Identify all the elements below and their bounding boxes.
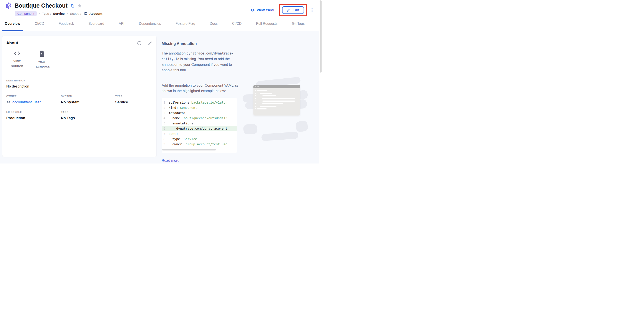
tab-cicd-2[interactable]: CI/CD bbox=[229, 16, 245, 31]
about-card-title: About bbox=[6, 41, 18, 45]
scribble-shape bbox=[243, 124, 258, 135]
eye-icon bbox=[250, 8, 255, 12]
type-field-label: TYPE bbox=[115, 95, 153, 98]
more-options-kebab-icon[interactable] bbox=[311, 7, 314, 13]
view-source-label: VIEW SOURCE bbox=[10, 59, 25, 69]
tab-feature-flag[interactable]: Feature Flag bbox=[172, 16, 198, 31]
code-key: dynatrace.com/dynatrace-ent bbox=[168, 126, 228, 131]
tab-dependencies[interactable]: Dependencies bbox=[136, 16, 164, 31]
missing-annotation-paragraph: The annotation dynatrace.com/dynatrace-e… bbox=[162, 51, 243, 73]
line-number: 3 bbox=[162, 110, 168, 116]
view-techdocs-link[interactable]: VIEW TECHDOCS bbox=[33, 51, 51, 69]
lifecycle-field: LIFECYCLE Production bbox=[6, 111, 61, 120]
type-field: TYPE Service bbox=[115, 95, 153, 104]
line-number: 8 bbox=[162, 136, 168, 142]
scribble-shape bbox=[295, 121, 308, 132]
scope-layers-icon bbox=[83, 11, 88, 16]
code-line-2: 2kind: Component bbox=[162, 105, 237, 110]
code-window-illustration bbox=[241, 79, 308, 150]
tab-docs[interactable]: Docs bbox=[206, 16, 220, 31]
code-line-4: 4 name: boutiquecheckoutsdsds13 bbox=[162, 116, 237, 121]
code-key: kind: bbox=[168, 105, 180, 110]
line-number: 4 bbox=[162, 116, 168, 121]
window-line bbox=[262, 98, 295, 99]
tab-git-tags[interactable]: Git Tags bbox=[289, 16, 308, 31]
entity-header-left: Boutique Checkout Component Type : Servi… bbox=[5, 2, 102, 16]
code-key: owner: bbox=[168, 142, 186, 147]
code-line-6-highlighted: 6 dynatrace.com/dynatrace-ent bbox=[162, 126, 237, 131]
owner-value: account/test_user bbox=[12, 100, 40, 104]
techdocs-document-icon bbox=[39, 51, 44, 57]
code-line-1: 1apiVersion: backstage.io/v1alph bbox=[162, 100, 237, 105]
code-value: backstage.io/v1alph bbox=[192, 100, 228, 105]
owner-link[interactable]: account/test_user bbox=[6, 100, 61, 104]
owner-label: OWNER bbox=[6, 95, 61, 98]
view-techdocs-label: VIEW TECHDOCS bbox=[34, 59, 50, 69]
entity-header: Boutique Checkout Component Type : Servi… bbox=[0, 0, 322, 16]
tab-overview[interactable]: Overview bbox=[2, 16, 23, 31]
window-line bbox=[257, 108, 267, 109]
code-line-8: 8 type: Service bbox=[162, 136, 237, 142]
component-gear-icon bbox=[5, 2, 12, 9]
about-card: About bbox=[2, 36, 156, 157]
read-more-link[interactable]: Read more bbox=[162, 159, 180, 163]
tab-api[interactable]: API bbox=[116, 16, 127, 31]
view-source-link[interactable]: VIEW SOURCE bbox=[8, 51, 26, 69]
type-field-value: Service bbox=[115, 100, 153, 104]
tab-cicd[interactable]: CI/CD bbox=[32, 16, 47, 31]
window-line bbox=[257, 90, 267, 91]
code-key: spec: bbox=[168, 131, 178, 136]
system-label: SYSTEM bbox=[61, 95, 115, 98]
page-scrollbar-thumb[interactable] bbox=[320, 1, 322, 73]
group-people-icon bbox=[6, 101, 11, 104]
line-number: 7 bbox=[162, 131, 168, 136]
window-line bbox=[262, 95, 276, 96]
code-line-3: 3metadata: bbox=[162, 110, 237, 116]
scribble-shape bbox=[261, 132, 298, 141]
system-field: SYSTEM No System bbox=[61, 95, 115, 104]
favorite-star-icon[interactable] bbox=[77, 4, 82, 8]
code-value: Component bbox=[180, 105, 197, 110]
window-line bbox=[260, 106, 276, 107]
missing-annotation-panel: Missing Annotation The annotation dynatr… bbox=[162, 36, 243, 163]
window-line bbox=[260, 93, 272, 94]
page-title: Boutique Checkout bbox=[14, 3, 68, 9]
copy-name-icon[interactable] bbox=[70, 4, 75, 8]
refresh-icon[interactable] bbox=[137, 41, 142, 46]
tab-feedback[interactable]: Feedback bbox=[56, 16, 77, 31]
line-number: 5 bbox=[162, 121, 168, 126]
lifecycle-label: LIFECYCLE bbox=[6, 111, 61, 113]
code-horizontal-scrollbar[interactable] bbox=[162, 149, 216, 150]
code-value: group:account/test_use bbox=[186, 142, 228, 147]
code-line-9: 9 owner: group:account/test_use bbox=[162, 142, 237, 147]
code-key: annotations: bbox=[168, 121, 195, 126]
code-key: metadata: bbox=[168, 110, 186, 116]
lifecycle-value: Production bbox=[6, 116, 61, 120]
browser-window-graphic bbox=[254, 85, 300, 116]
view-yaml-link[interactable]: View YAML bbox=[250, 8, 276, 12]
code-value: Service bbox=[184, 136, 197, 142]
code-value: boutiquecheckoutsdsds13 bbox=[184, 116, 228, 121]
tags-label: TAGS bbox=[61, 111, 115, 113]
kind-chip: Component bbox=[15, 11, 37, 16]
window-line bbox=[262, 103, 283, 104]
add-annotation-paragraph: Add the annotation to your Component YAM… bbox=[162, 83, 243, 94]
tab-scorecard[interactable]: Scorecard bbox=[85, 16, 107, 31]
description-label: DESCRIPTION bbox=[6, 79, 153, 82]
entity-header-actions: View YAML Edit bbox=[250, 4, 314, 16]
line-number: 6 bbox=[162, 126, 168, 131]
description-value: No description bbox=[6, 84, 153, 88]
window-line bbox=[262, 101, 295, 102]
edit-button[interactable]: Edit bbox=[282, 6, 304, 14]
code-line-5: 5 annotations: bbox=[162, 121, 237, 126]
code-key: name: bbox=[168, 116, 184, 121]
system-value: No System bbox=[61, 100, 115, 104]
edit-about-pencil-icon[interactable] bbox=[148, 41, 152, 46]
window-titlebar bbox=[254, 85, 300, 88]
tab-pull-requests[interactable]: Pull Requests bbox=[253, 16, 280, 31]
type-value: Service bbox=[53, 12, 64, 16]
line-number: 1 bbox=[162, 100, 168, 105]
tags-field: TAGS No Tags bbox=[61, 111, 115, 120]
owner-field: OWNER account/test_user bbox=[6, 95, 61, 104]
line-number: 2 bbox=[162, 105, 168, 110]
